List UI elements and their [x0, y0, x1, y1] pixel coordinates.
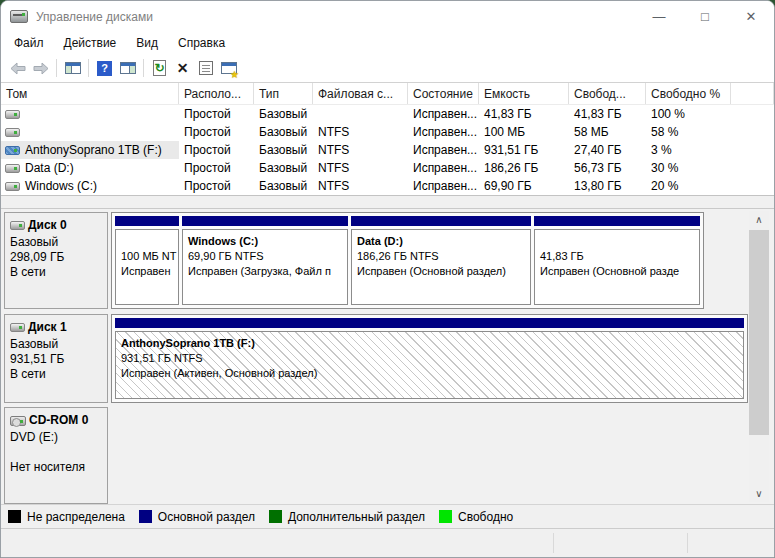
partition-status: Исправен (Основной разде — [540, 264, 694, 279]
column-header-status[interactable]: Состояние — [408, 83, 479, 104]
close-button[interactable]: ✕ — [728, 1, 774, 32]
pane-splitter[interactable] — [1, 195, 774, 209]
volume-name: AnthonySoprano 1TB (F:) — [25, 143, 162, 157]
volume-layout: Простой — [179, 107, 254, 121]
volume-type: Базовый — [254, 161, 313, 175]
column-header-capacity[interactable]: Емкость — [479, 83, 569, 104]
partition-windows-c[interactable]: Windows (C:) 69,90 ГБ NTFS Исправен (Заг… — [182, 216, 348, 305]
volume-type: Базовый — [254, 143, 313, 157]
console-tree-icon[interactable] — [61, 57, 84, 80]
table-row[interactable]: Windows (C:) Простой Базовый NTFS Исправ… — [1, 177, 774, 195]
volume-status: Исправен... — [408, 161, 479, 175]
menu-action[interactable]: Действие — [54, 33, 127, 53]
volume-icon — [5, 146, 20, 155]
scrollbar-thumb[interactable] — [749, 230, 769, 435]
partition-info: 41,83 ГБ — [540, 249, 694, 264]
column-header-empty[interactable] — [731, 83, 774, 104]
partition-name: AnthonySoprano 1TB (F:) — [121, 336, 738, 351]
cdrom-info-panel[interactable]: CD-ROM 0 DVD (E:) Нет носителя — [4, 407, 108, 504]
disk-label: CD-ROM 0 — [29, 413, 88, 428]
scroll-up-icon[interactable]: ∧ — [749, 211, 769, 228]
table-row[interactable]: Простой Базовый NTFS Исправен... 100 МБ … — [1, 123, 774, 141]
menu-file[interactable]: Файл — [4, 33, 54, 53]
partition-info: 100 МБ NT — [121, 249, 173, 264]
minimize-button[interactable]: — — [636, 1, 682, 32]
disk-type: Базовый — [10, 235, 103, 250]
disk-management-app-icon — [10, 10, 28, 23]
partition-anthonysoprano-f[interactable]: AnthonySoprano 1TB (F:) 931,51 ГБ NTFS И… — [115, 318, 744, 399]
legend-label: Дополнительный раздел — [288, 510, 425, 524]
cdrom-icon — [10, 416, 26, 426]
menu-help[interactable]: Справка — [168, 33, 235, 53]
volume-icon — [5, 128, 20, 137]
partition-info: 186,26 ГБ NTFS — [357, 249, 525, 264]
partition-data-d[interactable]: Data (D:) 186,26 ГБ NTFS Исправен (Основ… — [351, 216, 531, 305]
volume-free: 41,83 ГБ — [569, 107, 646, 121]
status-bar — [1, 528, 774, 557]
table-row[interactable]: Data (D:) Простой Базовый NTFS Исправен.… — [1, 159, 774, 177]
column-header-free-pct[interactable]: Свободно % — [646, 83, 731, 104]
partition-unlabeled[interactable]: 41,83 ГБ Исправен (Основной разде — [534, 216, 700, 305]
partition-system-reserved[interactable]: 100 МБ NT Исправен — [115, 216, 179, 305]
delete-icon[interactable]: ✕ — [171, 57, 194, 80]
partition-name — [540, 234, 694, 249]
unallocated-swatch — [8, 510, 21, 523]
volume-layout: Простой — [179, 179, 254, 193]
partition-name — [121, 234, 173, 249]
disk-status: В сети — [10, 367, 103, 382]
volume-capacity: 69,90 ГБ — [479, 179, 569, 193]
volume-status: Исправен... — [408, 179, 479, 193]
extended-partition-swatch — [269, 510, 282, 523]
refresh-icon[interactable]: ↻ — [148, 57, 171, 80]
disk-size: 298,09 ГБ — [10, 250, 103, 265]
volume-icon — [5, 182, 20, 191]
menu-view[interactable]: Вид — [126, 33, 168, 53]
table-row-selected[interactable]: AnthonySoprano 1TB (F:) Простой Базовый … — [1, 141, 774, 159]
back-icon[interactable] — [6, 57, 29, 80]
volume-icon — [5, 110, 20, 119]
disk1-info-panel[interactable]: Диск 1 Базовый 931,51 ГБ В сети — [4, 314, 108, 403]
help-topics-icon[interactable]: ★ — [217, 57, 240, 80]
volume-type: Базовый — [254, 179, 313, 193]
volume-name: Data (D:) — [25, 161, 74, 175]
volume-free-pct: 58 % — [646, 125, 731, 139]
column-header-volume[interactable]: Том — [1, 83, 179, 104]
volume-free: 56,73 ГБ — [569, 161, 646, 175]
column-header-filesystem[interactable]: Файловая с... — [313, 83, 408, 104]
maximize-button[interactable]: □ — [682, 1, 728, 32]
disk-label: Диск 0 — [28, 218, 67, 233]
volume-status: Исправен... — [408, 125, 479, 139]
volume-free: 27,40 ГБ — [569, 143, 646, 157]
cdrom-row: CD-ROM 0 DVD (E:) Нет носителя — [1, 407, 774, 504]
legend-label: Основной раздел — [158, 510, 255, 524]
scroll-down-icon[interactable]: ∨ — [749, 485, 769, 502]
partition-color-band — [534, 216, 700, 226]
column-header-type[interactable]: Тип — [254, 83, 313, 104]
volume-free-pct: 3 % — [646, 143, 731, 157]
graphical-view: Диск 0 Базовый 298,09 ГБ В сети 100 МБ N… — [1, 209, 774, 504]
disk-icon — [10, 221, 25, 230]
column-header-free[interactable]: Свобод... — [569, 83, 646, 104]
partition-color-band — [351, 216, 531, 226]
volume-free-pct: 20 % — [646, 179, 731, 193]
vertical-scrollbar[interactable]: ∧ ∨ — [749, 211, 769, 502]
column-header-layout[interactable]: Располо... — [179, 83, 254, 104]
disk1-strip: AnthonySoprano 1TB (F:) 931,51 ГБ NTFS И… — [111, 314, 748, 403]
volume-filesystem: NTFS — [313, 143, 408, 157]
action-pane-icon[interactable] — [116, 57, 139, 80]
title-bar: Управление дисками — □ ✕ — [1, 1, 774, 32]
disk0-info-panel[interactable]: Диск 0 Базовый 298,09 ГБ В сети — [4, 212, 108, 309]
help-icon[interactable]: ? — [93, 57, 116, 80]
volume-capacity: 931,51 ГБ — [479, 143, 569, 157]
volume-layout: Простой — [179, 143, 254, 157]
cdrom-media-status: Нет носителя — [10, 460, 103, 475]
toolbar-separator — [56, 59, 57, 77]
volume-status: Исправен... — [408, 143, 479, 157]
properties-icon[interactable] — [194, 57, 217, 80]
volume-filesystem: NTFS — [313, 125, 408, 139]
partition-color-band — [115, 318, 744, 328]
table-row[interactable]: Простой Базовый Исправен... 41,83 ГБ 41,… — [1, 105, 774, 123]
volume-list: Том Располо... Тип Файловая с... Состоян… — [1, 83, 774, 195]
forward-icon[interactable] — [29, 57, 52, 80]
volume-free-pct: 30 % — [646, 161, 731, 175]
